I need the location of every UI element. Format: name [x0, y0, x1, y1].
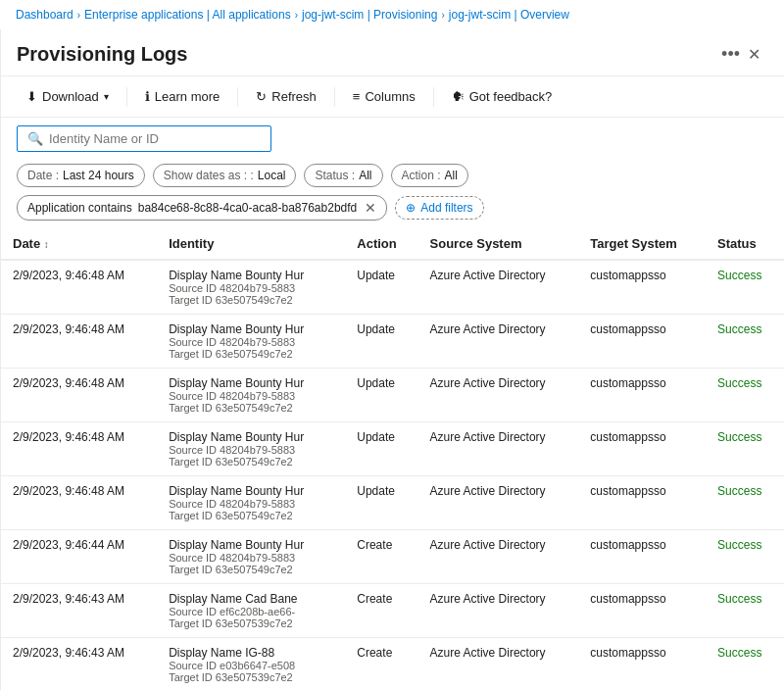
- status-filter-chip[interactable]: Status : All: [304, 164, 382, 187]
- toolbar: ⬇ Download ▾ ℹ Learn more ↻ Refresh ≡ Co…: [1, 76, 784, 118]
- add-filter-label: Add filters: [420, 201, 472, 215]
- show-dates-filter-value: Local: [258, 169, 286, 182]
- identity-target-id-2: Target ID 63e507549c7e2: [169, 402, 333, 414]
- identity-name-5: Display Name Bounty Hur: [169, 538, 333, 552]
- remove-app-filter-button[interactable]: ✕: [365, 200, 376, 216]
- identity-target-id-5: Target ID 63e507549c7e2: [169, 564, 333, 575]
- action-filter-chip[interactable]: Action : All: [391, 164, 468, 187]
- cell-date-6: 2/9/2023, 9:46:43 AM: [1, 584, 157, 638]
- identity-name-1: Display Name Bounty Hur: [169, 322, 333, 336]
- identity-target-id-7: Target ID 63e507539c7e2: [169, 671, 333, 683]
- table-row[interactable]: 2/9/2023, 9:46:48 AM Display Name Bounty…: [1, 315, 784, 369]
- cell-target-system-1: customappsso: [578, 315, 706, 369]
- refresh-label: Refresh: [271, 89, 317, 104]
- date-filter-value: Last 24 hours: [63, 169, 134, 182]
- download-button[interactable]: ⬇ Download ▾: [17, 84, 119, 109]
- identity-target-id-3: Target ID 63e507549c7e2: [169, 456, 333, 468]
- identity-name-4: Display Name Bounty Hur: [169, 484, 333, 498]
- cell-date-3: 2/9/2023, 9:46:48 AM: [1, 422, 157, 476]
- breadcrumb-dashboard[interactable]: Dashboard: [16, 8, 74, 22]
- cell-status-5: Success: [706, 530, 784, 584]
- identity-source-id-0: Source ID 48204b79-5883: [169, 282, 333, 294]
- feedback-label: Got feedback?: [469, 89, 553, 104]
- identity-source-id-7: Source ID e03b6647-e508: [169, 660, 333, 671]
- identity-source-id-3: Source ID 48204b79-5883: [169, 444, 333, 456]
- learn-more-label: Learn more: [155, 89, 220, 104]
- add-filter-icon: ⊕: [406, 201, 416, 215]
- cell-identity-2: Display Name Bounty Hur Source ID 48204b…: [157, 369, 345, 422]
- cell-identity-0: Display Name Bounty Hur Source ID 48204b…: [157, 260, 345, 315]
- toolbar-separator-4: [433, 87, 434, 107]
- identity-name-0: Display Name Bounty Hur: [169, 269, 333, 282]
- provisioning-table: Date ↕ Identity Action Source System Tar…: [1, 228, 784, 690]
- col-target-system: Target System: [578, 228, 706, 260]
- cell-status-2: Success: [706, 369, 784, 422]
- cell-source-system-3: Azure Active Directory: [418, 422, 579, 476]
- identity-target-id-1: Target ID 63e507549c7e2: [169, 348, 333, 360]
- cell-date-4: 2/9/2023, 9:46:48 AM: [1, 476, 157, 530]
- col-action: Action: [345, 228, 417, 260]
- cell-target-system-5: customappsso: [578, 530, 706, 584]
- cell-action-6: Create: [345, 584, 417, 638]
- cell-identity-5: Display Name Bounty Hur Source ID 48204b…: [157, 530, 345, 584]
- col-action-label: Action: [357, 236, 396, 251]
- cell-action-1: Update: [345, 315, 417, 369]
- breadcrumb-sep-3: ›: [441, 10, 444, 21]
- feedback-button[interactable]: 🗣 Got feedback?: [442, 84, 563, 109]
- columns-button[interactable]: ≡ Columns: [343, 84, 425, 109]
- table-row[interactable]: 2/9/2023, 9:46:43 AM Display Name Cad Ba…: [1, 584, 784, 638]
- table-row[interactable]: 2/9/2023, 9:46:48 AM Display Name Bounty…: [1, 369, 784, 422]
- col-date[interactable]: Date ↕: [1, 228, 157, 260]
- breadcrumb-overview[interactable]: jog-jwt-scim | Overview: [449, 8, 569, 22]
- identity-source-id-4: Source ID 48204b79-5883: [169, 498, 333, 510]
- page-title: Provisioning Logs: [17, 43, 711, 66]
- identity-source-id-6: Source ID ef6c208b-ae66-: [169, 606, 333, 617]
- close-button[interactable]: ✕: [740, 41, 768, 68]
- cell-date-1: 2/9/2023, 9:46:48 AM: [1, 315, 157, 369]
- table-row[interactable]: 2/9/2023, 9:46:48 AM Display Name Bounty…: [1, 260, 784, 315]
- col-source-label: Source System: [430, 236, 522, 251]
- cell-status-1: Success: [706, 315, 784, 369]
- cell-source-system-5: Azure Active Directory: [418, 530, 579, 584]
- table-row[interactable]: 2/9/2023, 9:46:48 AM Display Name Bounty…: [1, 476, 784, 530]
- add-filter-button[interactable]: ⊕ Add filters: [395, 196, 483, 220]
- cell-identity-3: Display Name Bounty Hur Source ID 48204b…: [157, 422, 345, 476]
- table-row[interactable]: 2/9/2023, 9:46:48 AM Display Name Bounty…: [1, 422, 784, 476]
- show-dates-filter-chip[interactable]: Show dates as : : Local: [153, 164, 297, 187]
- identity-target-id-4: Target ID 63e507549c7e2: [169, 510, 333, 521]
- toolbar-separator-3: [334, 87, 335, 107]
- search-box: 🔍: [17, 125, 271, 152]
- identity-source-id-2: Source ID 48204b79-5883: [169, 390, 333, 402]
- col-source-system: Source System: [418, 228, 579, 260]
- table-row[interactable]: 2/9/2023, 9:46:44 AM Display Name Bounty…: [1, 530, 784, 584]
- identity-name-3: Display Name Bounty Hur: [169, 430, 333, 444]
- table-row[interactable]: 2/9/2023, 9:46:43 AM Display Name IG-88 …: [1, 638, 784, 691]
- cell-target-system-2: customappsso: [578, 369, 706, 422]
- cell-identity-7: Display Name IG-88 Source ID e03b6647-e5…: [157, 638, 345, 691]
- info-icon: ℹ: [145, 89, 150, 104]
- cell-action-0: Update: [345, 260, 417, 315]
- cell-identity-6: Display Name Cad Bane Source ID ef6c208b…: [157, 584, 345, 638]
- action-filter-value: All: [445, 169, 458, 182]
- refresh-button[interactable]: ↻ Refresh: [246, 84, 326, 109]
- col-identity-label: Identity: [169, 236, 214, 251]
- breadcrumb-enterprise-apps[interactable]: Enterprise applications | All applicatio…: [84, 8, 291, 22]
- download-label: Download: [42, 89, 99, 104]
- more-options-button[interactable]: •••: [721, 44, 740, 65]
- cell-target-system-0: customappsso: [578, 260, 706, 315]
- learn-more-button[interactable]: ℹ Learn more: [135, 84, 229, 109]
- identity-name-2: Display Name Bounty Hur: [169, 376, 333, 390]
- cell-action-2: Update: [345, 369, 417, 422]
- cell-source-system-4: Azure Active Directory: [418, 476, 579, 530]
- date-filter-chip[interactable]: Date : Last 24 hours: [17, 164, 145, 187]
- action-filter-label: Action :: [402, 169, 441, 182]
- show-dates-filter-label: Show dates as : :: [164, 169, 254, 182]
- app-filter-row: Application contains ba84ce68-8c88-4ca0-…: [1, 195, 784, 228]
- cell-source-system-6: Azure Active Directory: [418, 584, 579, 638]
- breadcrumb-provisioning[interactable]: jog-jwt-scim | Provisioning: [302, 8, 438, 22]
- search-input[interactable]: [49, 131, 261, 146]
- cell-status-7: Success: [706, 638, 784, 691]
- col-status-label: Status: [717, 236, 757, 251]
- app-filter-chip[interactable]: Application contains ba84ce68-8c88-4ca0-…: [17, 195, 387, 221]
- cell-status-6: Success: [706, 584, 784, 638]
